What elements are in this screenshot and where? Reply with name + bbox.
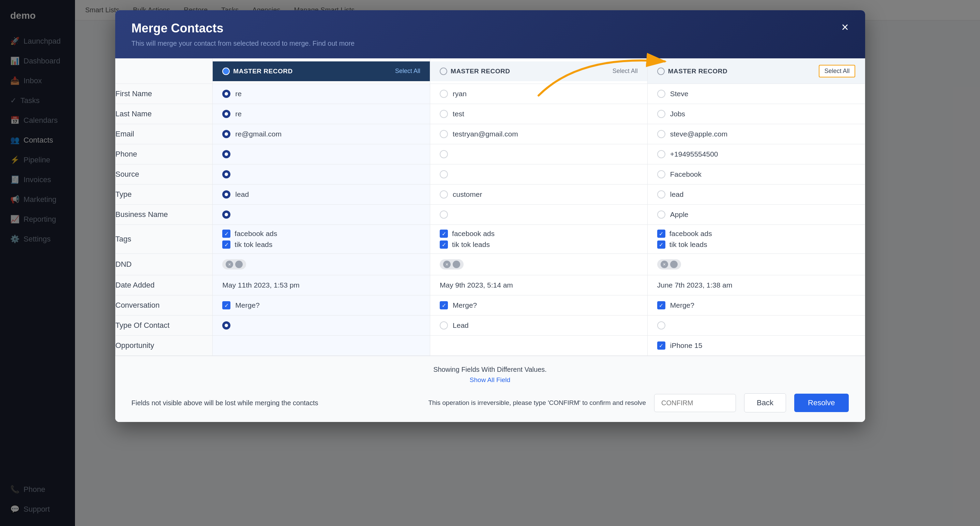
cell-col3-email[interactable]: steve@apple.com	[648, 124, 865, 144]
checkbox-col1-tag1[interactable]: ✓	[222, 230, 231, 238]
radio-col1-last-name[interactable]	[222, 110, 231, 118]
cell-col2-phone[interactable]	[430, 144, 648, 164]
radio-col3-last-name[interactable]	[657, 110, 665, 118]
dnd-toggle-col1[interactable]: ×	[222, 259, 246, 269]
cell-col2-type[interactable]: customer	[430, 185, 648, 204]
cell-col3-source[interactable]: Facebook	[648, 164, 865, 184]
master-badge-col3: MASTER RECORD	[657, 67, 727, 75]
table-row-type-of-contact: Type Of Contact Lead	[115, 316, 865, 336]
checkbox-col2-tag1[interactable]: ✓	[440, 230, 448, 238]
cell-col1-email[interactable]: re@gmail.com	[213, 124, 430, 144]
dnd-x-col2[interactable]: ×	[443, 261, 451, 268]
radio-col3-source[interactable]	[657, 170, 665, 179]
resolve-button[interactable]: Resolve	[794, 394, 848, 412]
cell-col3-type-of-contact[interactable]	[648, 316, 865, 335]
field-label-last-name: Last Name	[115, 104, 213, 124]
checkbox-col2-tag2[interactable]: ✓	[440, 241, 448, 249]
select-all-btn-col1[interactable]: Select All	[395, 67, 420, 75]
radio-col2-last-name[interactable]	[440, 110, 448, 118]
table-row-type: Type lead customer	[115, 185, 865, 205]
cell-col2-conversation[interactable]: ✓ Merge?	[430, 295, 648, 315]
cell-col2-email[interactable]: testryan@gmail.com	[430, 124, 648, 144]
checkbox-col1-conversation[interactable]: ✓	[222, 301, 231, 309]
radio-col2-source[interactable]	[440, 170, 448, 179]
master-badge-col2: MASTER RECORD	[440, 67, 510, 75]
cell-col2-source[interactable]	[430, 164, 648, 184]
cell-col2-last-name[interactable]: test	[430, 104, 648, 124]
tag-row[interactable]: ✓ facebook ads	[657, 230, 855, 238]
cell-col1-phone[interactable]	[213, 144, 430, 164]
table-row-date-added: Date Added May 11th 2023, 1:53 pm May 9t…	[115, 275, 865, 295]
tag-row[interactable]: ✓ tik tok leads	[222, 241, 420, 249]
radio-col3-first-name[interactable]	[657, 90, 665, 98]
dnd-x-col1[interactable]: ×	[226, 261, 233, 268]
cell-col1-type-of-contact[interactable]	[213, 316, 430, 335]
select-all-btn-col3[interactable]: Select All	[819, 65, 855, 77]
radio-col1-type-of-contact[interactable]	[222, 321, 231, 330]
tag-row[interactable]: ✓ facebook ads	[440, 230, 638, 238]
table-row-dnd: DND × ×	[115, 254, 865, 275]
cell-col1-business-name[interactable]	[213, 205, 430, 225]
radio-col2-type[interactable]	[440, 190, 448, 199]
tag-row[interactable]: ✓ facebook ads	[222, 230, 420, 238]
radio-col2-email[interactable]	[440, 130, 448, 138]
select-all-btn-col2[interactable]: Select All	[612, 67, 638, 75]
radio-col1-first-name[interactable]	[222, 90, 231, 98]
tag-row[interactable]: ✓ tik tok leads	[440, 241, 638, 249]
radio-col1-phone[interactable]	[222, 150, 231, 158]
cell-col3-conversation[interactable]: ✓ Merge?	[648, 295, 865, 315]
radio-col2-type-of-contact[interactable]	[440, 321, 448, 330]
showing-text: Showing Fields With Different Values.	[132, 366, 849, 373]
table-row-phone: Phone	[115, 144, 865, 164]
cell-col2-first-name[interactable]: ryan	[430, 84, 648, 104]
cell-col2-dnd[interactable]: ×	[430, 254, 648, 275]
checkbox-col1-tag2[interactable]: ✓	[222, 241, 231, 249]
table-row-tags: Tags ✓ facebook ads ✓ tik tok leads	[115, 225, 865, 254]
cell-col3-type[interactable]: lead	[648, 185, 865, 204]
dnd-toggle-col2[interactable]: ×	[440, 259, 464, 269]
radio-col1-email[interactable]	[222, 130, 231, 138]
cell-col1-first-name[interactable]: re	[213, 84, 430, 104]
dnd-x-col3[interactable]: ×	[660, 261, 668, 268]
show-all-field-link[interactable]: Show All Field	[132, 376, 849, 384]
radio-col3-type-of-contact[interactable]	[657, 321, 665, 330]
field-label-dnd: DND	[115, 254, 213, 275]
radio-col3-business-name[interactable]	[657, 210, 665, 218]
checkbox-col3-opportunity[interactable]: ✓	[657, 341, 665, 350]
cell-col1-type[interactable]: lead	[213, 185, 430, 204]
cell-col3-phone[interactable]: +19495554500	[648, 144, 865, 164]
cell-col3-business-name[interactable]: Apple	[648, 205, 865, 225]
radio-col2-business-name[interactable]	[440, 210, 448, 218]
irreversible-text: This operation is irreversible, please t…	[428, 399, 646, 406]
checkbox-col3-conversation[interactable]: ✓	[657, 301, 665, 309]
checkbox-col3-tag1[interactable]: ✓	[657, 230, 665, 238]
radio-col1-type[interactable]	[222, 190, 231, 199]
back-button[interactable]: Back	[744, 393, 786, 413]
modal-close-button[interactable]: ×	[841, 21, 848, 33]
radio-col3-type[interactable]	[657, 190, 665, 199]
radio-col3-phone[interactable]	[657, 150, 665, 158]
cell-col3-first-name[interactable]: Steve	[648, 84, 865, 104]
radio-col1-source[interactable]	[222, 170, 231, 179]
confirm-input[interactable]	[654, 394, 736, 412]
cell-col2-opportunity	[430, 336, 648, 355]
dnd-toggle-col3[interactable]: ×	[657, 259, 681, 269]
radio-col2-first-name[interactable]	[440, 90, 448, 98]
cell-col2-type-of-contact[interactable]: Lead	[430, 316, 648, 335]
tag-row[interactable]: ✓ tik tok leads	[657, 241, 855, 249]
checkbox-col3-tag2[interactable]: ✓	[657, 241, 665, 249]
merge-table: MASTER RECORD Select All MASTER RECORD	[115, 58, 865, 356]
cell-col1-conversation[interactable]: ✓ Merge?	[213, 295, 430, 315]
radio-col2-phone[interactable]	[440, 150, 448, 158]
cell-col3-opportunity[interactable]: ✓ iPhone 15	[648, 336, 865, 355]
checkbox-col2-conversation[interactable]: ✓	[440, 301, 448, 309]
cell-col3-last-name[interactable]: Jobs	[648, 104, 865, 124]
cell-col2-business-name[interactable]	[430, 205, 648, 225]
radio-col1-business-name[interactable]	[222, 210, 231, 218]
cell-col3-dnd[interactable]: ×	[648, 254, 865, 275]
cell-col1-last-name[interactable]: re	[213, 104, 430, 124]
table-row-first-name: First Name re ryan	[115, 84, 865, 104]
radio-col3-email[interactable]	[657, 130, 665, 138]
cell-col1-source[interactable]	[213, 164, 430, 184]
cell-col1-dnd[interactable]: ×	[213, 254, 430, 275]
